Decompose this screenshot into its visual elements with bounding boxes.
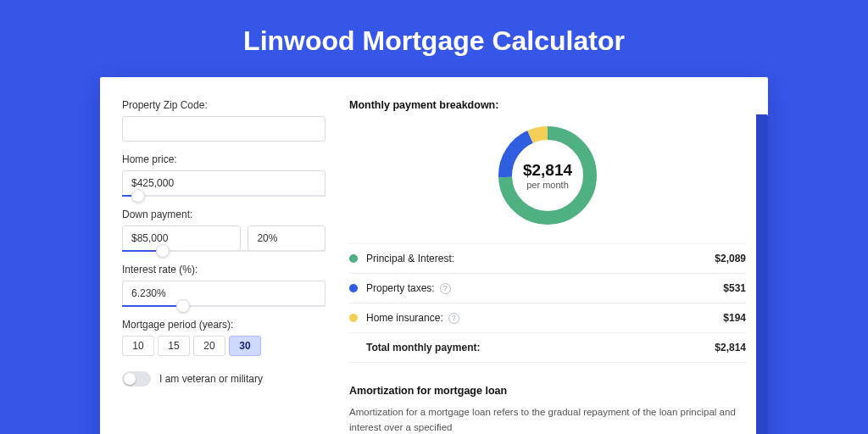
- rate-slider-fill: [122, 305, 183, 307]
- down-label: Down payment:: [122, 209, 326, 220]
- page-title: Linwood Mortgage Calculator: [0, 0, 868, 77]
- legend-total-label: Total monthly payment:: [366, 342, 715, 353]
- zip-field: Property Zip Code:: [122, 99, 326, 142]
- rate-field: Interest rate (%):: [122, 264, 326, 307]
- legend-total-value: $2,814: [715, 342, 746, 353]
- donut-permonth: per month: [526, 180, 569, 190]
- legend-label-text: Home insurance:: [366, 312, 443, 324]
- donut-center: $2,814 per month: [497, 125, 598, 226]
- legend-dot: [349, 284, 358, 292]
- legend-value: $194: [723, 312, 746, 324]
- down-slider[interactable]: [122, 250, 326, 252]
- term-option-20[interactable]: 20: [193, 336, 225, 356]
- legend-dot: [349, 254, 358, 263]
- term-option-10[interactable]: 10: [122, 336, 154, 356]
- donut-chart: $2,814 per month: [497, 125, 598, 226]
- down-slider-knob[interactable]: [156, 244, 170, 258]
- term-option-30[interactable]: 30: [229, 336, 261, 356]
- legend-label-text: Principal & Interest:: [366, 253, 454, 264]
- panel-shadow: [756, 114, 768, 434]
- legend-row-2: Home insurance:?$194: [349, 303, 746, 333]
- term-field: Mortgage period (years): 10152030: [122, 319, 326, 356]
- legend-value: $2,089: [715, 253, 746, 264]
- veteran-row: I am veteran or military: [122, 371, 326, 387]
- price-label: Home price:: [122, 153, 326, 165]
- term-option-15[interactable]: 15: [158, 336, 190, 356]
- price-slider[interactable]: [122, 195, 326, 197]
- rate-slider-knob[interactable]: [176, 299, 190, 313]
- rate-slider[interactable]: [122, 305, 326, 307]
- veteran-label: I am veteran or military: [159, 373, 263, 385]
- form-column: Property Zip Code: Home price: Down paym…: [122, 99, 326, 434]
- down-field: Down payment:: [122, 209, 326, 252]
- legend-label: Property taxes:?: [366, 282, 723, 294]
- donut-amount: $2,814: [523, 161, 572, 180]
- legend-value: $531: [723, 282, 746, 294]
- info-icon[interactable]: ?: [448, 313, 459, 324]
- down-amount-input[interactable]: [122, 225, 241, 251]
- legend-label: Principal & Interest:: [366, 253, 715, 264]
- donut-chart-wrap: $2,814 per month: [349, 125, 746, 226]
- price-input[interactable]: [122, 170, 326, 196]
- veteran-toggle[interactable]: [122, 371, 151, 387]
- rate-label: Interest rate (%):: [122, 264, 326, 275]
- calculator-panel: Property Zip Code: Home price: Down paym…: [100, 77, 768, 434]
- term-options: 10152030: [122, 336, 326, 356]
- legend-label-text: Property taxes:: [366, 282, 435, 294]
- legend: Principal & Interest:$2,089Property taxe…: [349, 243, 746, 363]
- info-icon[interactable]: ?: [440, 283, 451, 294]
- price-field: Home price:: [122, 153, 326, 197]
- amortization-title: Amortization for mortgage loan: [349, 385, 746, 397]
- legend-label: Home insurance:?: [366, 312, 723, 324]
- legend-row-1: Property taxes:?$531: [349, 274, 746, 303]
- term-label: Mortgage period (years):: [122, 319, 326, 331]
- zip-input[interactable]: [122, 116, 326, 142]
- legend-row-0: Principal & Interest:$2,089: [349, 244, 746, 274]
- amortization-body: Amortization for a mortgage loan refers …: [349, 405, 746, 434]
- price-slider-knob[interactable]: [131, 189, 145, 203]
- down-pct-input[interactable]: [248, 225, 326, 251]
- breakdown-title: Monthly payment breakdown:: [349, 99, 746, 111]
- rate-input[interactable]: [122, 281, 326, 306]
- legend-dot: [349, 314, 358, 322]
- legend-row-total: Total monthly payment:$2,814: [349, 333, 746, 363]
- breakdown-column: Monthly payment breakdown: $2,814 per mo…: [349, 99, 746, 434]
- zip-label: Property Zip Code:: [122, 99, 326, 111]
